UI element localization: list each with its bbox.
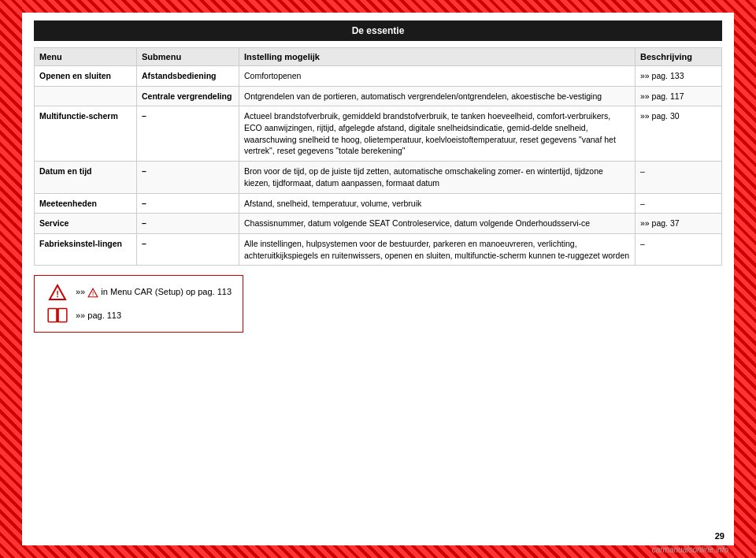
cell-menu: Meeteenheden — [35, 193, 137, 214]
notice-book-text: »» pag. 113 — [76, 311, 121, 320]
red-border-left — [0, 0, 22, 558]
table-row: Fabrieksinstel-lingen–Alle instellingen,… — [35, 233, 722, 265]
notice-box: ! »» ! in Menu CAR (Setup) op pag. 113 »… — [34, 275, 243, 333]
table-row: Openen en sluitenAfstandsbedieningComfor… — [35, 66, 722, 87]
cell-instelling: Ontgrendelen van de portieren, automatis… — [239, 86, 636, 106]
table-row: Centrale vergrendelingOntgrendelen van d… — [35, 86, 722, 106]
cell-beschrijving: »» pag. 37 — [636, 214, 722, 234]
notice-warning-text: »» ! in Menu CAR (Setup) op pag. 113 — [76, 287, 232, 298]
table-row: Meeteenheden–Afstand, snelheid, temperat… — [35, 193, 722, 214]
cell-instelling: Comfortopenen — [239, 66, 636, 87]
notice-row-warning: ! »» ! in Menu CAR (Setup) op pag. 113 — [46, 284, 232, 301]
cell-beschrijving: – — [636, 193, 722, 214]
cell-instelling: Alle instellingen, hulpsystemen voor de … — [239, 233, 636, 265]
svg-text:!: ! — [56, 289, 59, 299]
cell-instelling: Bron voor de tijd, op de juiste tijd zet… — [239, 162, 636, 193]
page-title: De essentie — [34, 20, 722, 41]
cell-submenu: – — [137, 214, 239, 234]
cell-menu: Openen en sluiten — [35, 66, 137, 87]
red-border-right — [734, 0, 756, 558]
svg-rect-5 — [58, 309, 67, 322]
main-content: De essentie Menu Submenu Instelling moge… — [22, 13, 734, 545]
header-menu: Menu — [35, 48, 137, 66]
cell-submenu: – — [137, 106, 239, 162]
cell-beschrijving: »» pag. 133 — [636, 66, 722, 87]
table-row: Service–Chassisnummer, datum volgende SE… — [35, 214, 722, 234]
book-icon — [46, 307, 69, 324]
header-beschrijving: Beschrijving — [636, 48, 722, 66]
cell-submenu: – — [137, 162, 239, 193]
warning-icon: ! — [46, 284, 69, 301]
notice-row-book: »» pag. 113 — [46, 307, 232, 324]
header-submenu: Submenu — [137, 48, 239, 66]
cell-menu: Fabrieksinstel-lingen — [35, 233, 137, 265]
cell-menu: Datum en tijd — [35, 162, 137, 193]
header-instelling: Instelling mogelijk — [239, 48, 636, 66]
cell-instelling: Afstand, snelheid, temperatuur, volume, … — [239, 193, 636, 214]
main-table: Menu Submenu Instelling mogelijk Beschri… — [34, 47, 722, 266]
watermark: carmanualsonline.info — [652, 545, 728, 554]
cell-submenu: Centrale vergrendeling — [137, 86, 239, 106]
page-number: 29 — [715, 531, 724, 541]
cell-beschrijving: – — [636, 233, 722, 265]
cell-submenu: – — [137, 233, 239, 265]
cell-instelling: Actueel brandstofverbruik, gemiddeld bra… — [239, 106, 636, 162]
svg-text:!: ! — [92, 291, 94, 296]
red-border-bottom — [22, 545, 734, 558]
cell-menu: Multifunctie-scherm — [35, 106, 137, 162]
cell-beschrijving: – — [636, 162, 722, 193]
svg-rect-4 — [48, 309, 57, 322]
cell-beschrijving: »» pag. 30 — [636, 106, 722, 162]
cell-menu — [35, 86, 137, 106]
cell-instelling: Chassisnummer, datum volgende SEAT Contr… — [239, 214, 636, 234]
red-border-top — [22, 0, 734, 13]
cell-menu: Service — [35, 214, 137, 234]
table-row: Datum en tijd–Bron voor de tijd, op de j… — [35, 162, 722, 193]
cell-submenu: Afstandsbediening — [137, 66, 239, 87]
table-row: Multifunctie-scherm–Actueel brandstofver… — [35, 106, 722, 162]
cell-submenu: – — [137, 193, 239, 214]
title-text: De essentie — [352, 25, 405, 36]
cell-beschrijving: »» pag. 117 — [636, 86, 722, 106]
